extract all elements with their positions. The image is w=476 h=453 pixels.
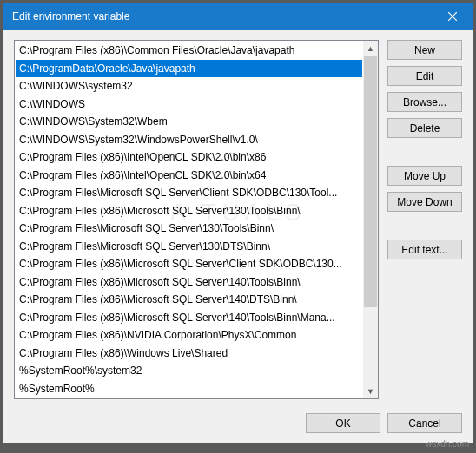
dialog-window: Edit environment variable C:\Program Fil…	[3, 3, 473, 437]
cancel-button[interactable]: Cancel	[387, 413, 462, 433]
dialog-body: C:\Program Files (x86)\Common Files\Orac…	[3, 30, 473, 443]
delete-button[interactable]: Delete	[387, 118, 462, 138]
path-list-item[interactable]: C:\Program Files (x86)\Microsoft SQL Ser…	[16, 309, 362, 327]
path-list-item[interactable]: %SystemRoot%	[16, 380, 362, 398]
titlebar: Edit environment variable	[3, 3, 473, 30]
path-list-item[interactable]: C:\WINDOWS	[16, 95, 362, 114]
path-list-item[interactable]: C:\Program Files (x86)\Common Files\Orac…	[16, 42, 362, 60]
path-list-item[interactable]: C:\ProgramData\Oracle\Java\javapath	[16, 60, 362, 78]
path-list-item[interactable]: C:\Program Files (x86)\NVIDIA Corporatio…	[16, 326, 362, 345]
edit-text-button[interactable]: Edit text...	[387, 240, 462, 259]
path-list-item[interactable]: C:\Program Files (x86)\Microsoft SQL Ser…	[16, 291, 362, 309]
path-list-item[interactable]: C:\Program Files (x86)\Windows Live\Shar…	[16, 345, 362, 363]
close-button[interactable]	[433, 3, 473, 30]
path-list-container: C:\Program Files (x86)\Common Files\Orac…	[14, 40, 379, 399]
scroll-thumb[interactable]	[364, 56, 377, 307]
path-list-item[interactable]: C:\Program Files\Microsoft SQL Server\Cl…	[16, 184, 362, 202]
ok-button[interactable]: OK	[306, 413, 380, 433]
path-list-item[interactable]: C:\Program Files (x86)\Microsoft SQL Ser…	[16, 273, 362, 292]
path-list-item[interactable]: C:\WINDOWS\system32	[16, 77, 362, 95]
browse-button[interactable]: Browse...	[387, 92, 462, 112]
button-sidebar: New Edit Browse... Delete Move Up Move D…	[387, 40, 462, 399]
path-list-item[interactable]: C:\Program Files (x86)\Microsoft SQL Ser…	[16, 255, 362, 273]
path-list-item[interactable]: C:\Program Files\Microsoft SQL Server\13…	[16, 238, 362, 256]
path-list-item[interactable]: %SystemRoot%\system32	[16, 362, 362, 380]
scrollbar[interactable]: ▲ ▼	[363, 41, 378, 398]
path-list-item[interactable]: C:\WINDOWS\System32\WindowsPowerShell\v1…	[16, 131, 362, 149]
path-list-item[interactable]: C:\Program Files (x86)\Intel\OpenCL SDK\…	[16, 167, 362, 185]
move-up-button[interactable]: Move Up	[387, 166, 462, 186]
path-list-item[interactable]: C:\Program Files\Microsoft SQL Server\13…	[16, 220, 362, 238]
window-title: Edit environment variable	[12, 10, 129, 23]
scroll-down-button[interactable]: ▼	[363, 384, 378, 398]
attribution-text: wsxdn.com	[426, 439, 469, 449]
path-list-item[interactable]: C:\Program Files (x86)\Microsoft SQL Ser…	[16, 202, 362, 220]
edit-button[interactable]: Edit	[387, 66, 462, 86]
new-button[interactable]: New	[387, 40, 462, 60]
main-area: C:\Program Files (x86)\Common Files\Orac…	[14, 40, 462, 399]
path-list-item[interactable]: C:\WINDOWS\System32\Wbem	[16, 113, 362, 131]
move-down-button[interactable]: Move Down	[387, 192, 462, 212]
path-list-item[interactable]: C:\Program Files (x86)\Intel\OpenCL SDK\…	[16, 148, 362, 167]
close-icon	[448, 12, 457, 21]
scroll-up-button[interactable]: ▲	[363, 41, 378, 56]
path-list[interactable]: C:\Program Files (x86)\Common Files\Orac…	[15, 41, 363, 398]
footer: OK Cancel	[14, 399, 462, 433]
